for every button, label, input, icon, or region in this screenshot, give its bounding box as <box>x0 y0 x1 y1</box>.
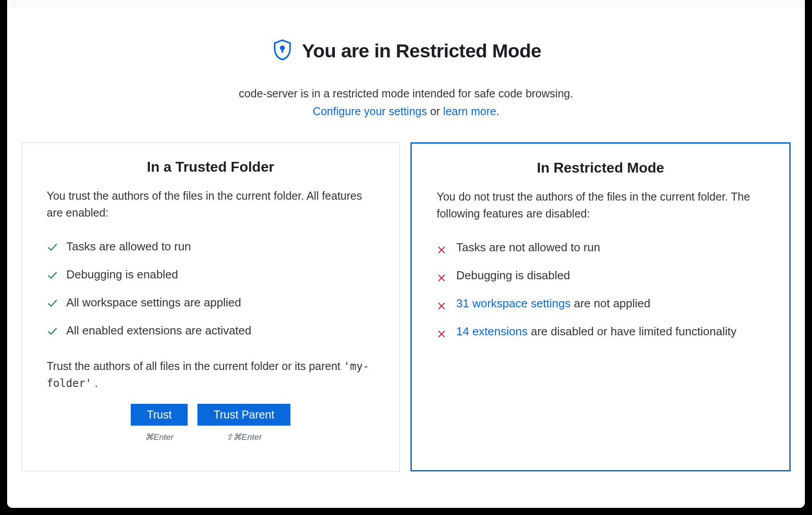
trusted-feature-item: Tasks are allowed to run <box>47 238 374 255</box>
workspace-trust-editor: You are in Restricted Mode code-server i… <box>7 0 805 508</box>
trusted-feature-item: All workspace settings are applied <box>47 294 374 311</box>
feature-text: 31 workspace settings are not applied <box>456 295 764 312</box>
header-description: code-server is in a restricted mode inte… <box>25 84 787 120</box>
feature-text: All enabled extensions are activated <box>66 322 374 339</box>
trust-prompt-pre: Trust the authors of all files in the cu… <box>47 360 343 372</box>
trust-button[interactable]: Trust <box>131 404 188 426</box>
trusted-card-title: In a Trusted Folder <box>47 159 374 175</box>
trust-button-group: Trust ⌘Enter <box>131 404 188 442</box>
restricted-card-title: In Restricted Mode <box>437 160 764 176</box>
check-icon <box>47 297 58 308</box>
feature-text: All workspace settings are applied <box>66 294 374 311</box>
trust-parent-shortcut: ⇧⌘Enter <box>226 432 261 442</box>
header: You are in Restricted Mode code-server i… <box>7 7 805 142</box>
shield-icon <box>271 38 294 63</box>
restricted-card-desc: You do not trust the authors of the file… <box>437 189 764 222</box>
x-icon <box>437 326 448 338</box>
trust-parent-button-group: Trust Parent ⇧⌘Enter <box>197 404 290 442</box>
feature-text: Tasks are not allowed to run <box>456 239 764 256</box>
feature-suffix: are not applied <box>571 297 650 310</box>
feature-text: Tasks are allowed to run <box>66 238 374 255</box>
trust-shortcut: ⌘Enter <box>145 432 173 442</box>
page-title: You are in Restricted Mode <box>302 40 541 62</box>
restricted-feature-item: 14 extensions are disabled or have limit… <box>437 323 764 340</box>
header-or: or <box>427 105 443 117</box>
check-icon <box>47 269 58 280</box>
trusted-card: In a Trusted Folder You trust the author… <box>21 142 400 471</box>
check-icon <box>47 325 58 336</box>
cards-container: In a Trusted Folder You trust the author… <box>7 142 805 471</box>
restricted-feature-item: Tasks are not allowed to run <box>437 239 764 256</box>
button-row: Trust ⌘Enter Trust Parent ⇧⌘Enter <box>47 404 374 442</box>
feature-text: Debugging is enabled <box>66 266 374 283</box>
trust-parent-button[interactable]: Trust Parent <box>197 404 290 426</box>
trusted-card-desc: You trust the authors of the files in th… <box>47 188 374 221</box>
restricted-card: In Restricted Mode You do not trust the … <box>410 142 791 471</box>
trust-prompt-post: . <box>92 377 98 389</box>
restricted-feature-list: Tasks are not allowed to run Debugging i… <box>437 239 764 340</box>
x-icon <box>437 270 448 282</box>
x-icon <box>437 242 448 254</box>
header-desc-text: code-server is in a restricted mode inte… <box>239 87 573 100</box>
workspace-settings-link[interactable]: 31 workspace settings <box>456 297 571 310</box>
check-icon <box>47 241 58 252</box>
feature-text: 14 extensions are disabled or have limit… <box>456 323 764 340</box>
configure-settings-link[interactable]: Configure your settings <box>313 105 427 117</box>
header-period: . <box>496 105 499 117</box>
trusted-feature-list: Tasks are allowed to run Debugging is en… <box>47 238 374 339</box>
trust-prompt: Trust the authors of all files in the cu… <box>47 358 374 391</box>
svg-point-0 <box>281 46 284 50</box>
header-title-row: You are in Restricted Mode <box>25 38 787 63</box>
learn-more-link[interactable]: learn more <box>443 105 496 117</box>
feature-text: Debugging is disabled <box>456 267 764 284</box>
trusted-feature-item: Debugging is enabled <box>47 266 374 283</box>
restricted-feature-item: 31 workspace settings are not applied <box>437 295 764 312</box>
x-icon <box>437 298 448 310</box>
trusted-feature-item: All enabled extensions are activated <box>47 322 374 339</box>
feature-suffix: are disabled or have limited functionali… <box>527 325 736 338</box>
extensions-link[interactable]: 14 extensions <box>456 325 527 338</box>
restricted-feature-item: Debugging is disabled <box>437 267 764 284</box>
tab-strip <box>7 0 805 7</box>
